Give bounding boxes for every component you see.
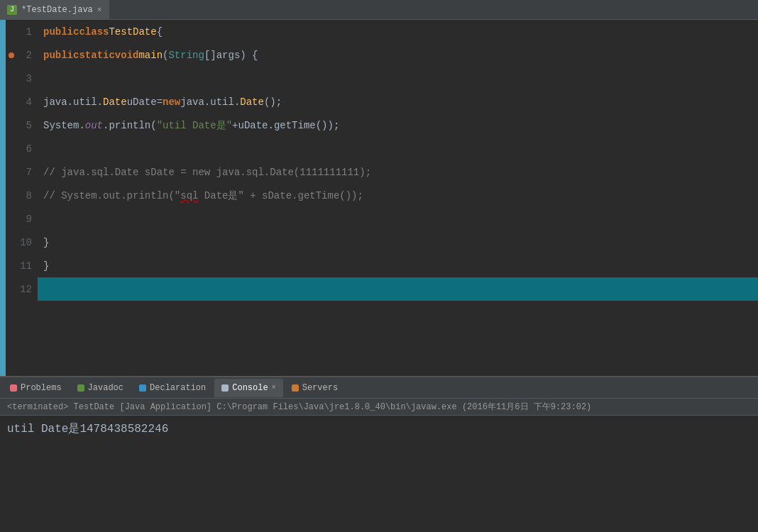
- code-line-6: [38, 137, 758, 160]
- code-line-2: public static void main(String[] args) {: [38, 43, 758, 67]
- code-line-7: // java.sql.Date sDate = new java.sql.Da…: [38, 160, 758, 184]
- bottom-tab-servers[interactable]: Servers: [285, 379, 345, 397]
- editor-gutter: [0, 20, 6, 376]
- code-line-3: [38, 67, 758, 90]
- line-number-9: 9: [6, 207, 38, 231]
- bottom-tab-console[interactable]: Console×: [214, 379, 282, 397]
- console-output: util Date是1478438582246: [0, 416, 758, 442]
- code-line-4: java.util.Date uDate = new java.util.Dat…: [38, 90, 758, 113]
- editor-area: 123456789101112 public class TestDate { …: [0, 20, 758, 376]
- line-number-1: 1: [6, 20, 38, 43]
- line-number-8: 8: [6, 184, 38, 207]
- bottom-tab-javadoc[interactable]: Javadoc: [70, 379, 131, 397]
- code-line-8: // System.out.println("sql Date是" + sDat…: [38, 184, 758, 207]
- javadoc-tab-icon: [77, 384, 84, 392]
- code-line-5: System.out.println("util Date是" + uDate.…: [38, 113, 758, 137]
- bottom-tab-declaration[interactable]: Declaration: [132, 379, 213, 397]
- servers-tab-label: Servers: [302, 383, 338, 393]
- code-content[interactable]: public class TestDate { public static vo…: [38, 20, 758, 376]
- line-number-10: 10: [6, 231, 38, 254]
- console-area: <terminated> TestDate [Java Application]…: [0, 399, 758, 532]
- tab-bar: J *TestDate.java ×: [0, 0, 758, 20]
- tab-close-button[interactable]: ×: [97, 6, 102, 14]
- code-line-10: }: [38, 231, 758, 254]
- line-number-7: 7: [6, 160, 38, 184]
- tab-title: *TestDate.java: [21, 5, 93, 15]
- bottom-tab-bar: ProblemsJavadocDeclarationConsole×Server…: [0, 377, 758, 399]
- code-line-11: }: [38, 254, 758, 277]
- line-numbers: 123456789101112: [6, 20, 38, 376]
- declaration-tab-icon: [139, 384, 146, 392]
- console-info-bar: <terminated> TestDate [Java Application]…: [0, 399, 758, 416]
- console-tab-label: Console: [232, 383, 268, 393]
- java-file-icon: J: [7, 5, 17, 15]
- file-tab[interactable]: J *TestDate.java ×: [0, 0, 109, 19]
- line-number-12: 12: [6, 277, 38, 301]
- code-line-12: [38, 277, 758, 301]
- servers-tab-icon: [292, 384, 299, 392]
- code-line-9: [38, 207, 758, 231]
- line-number-6: 6: [6, 137, 38, 160]
- declaration-tab-label: Declaration: [150, 383, 206, 393]
- breakpoint-indicator: [9, 52, 14, 58]
- bottom-tab-problems[interactable]: Problems: [3, 379, 69, 397]
- problems-tab-icon: [10, 384, 17, 392]
- line-number-4: 4: [6, 90, 38, 113]
- javadoc-tab-label: Javadoc: [88, 383, 123, 393]
- line-number-11: 11: [6, 254, 38, 277]
- line-number-2: 2: [6, 43, 38, 67]
- line-number-3: 3: [6, 67, 38, 90]
- bottom-panel: ProblemsJavadocDeclarationConsole×Server…: [0, 376, 758, 532]
- code-line-1: public class TestDate {: [38, 20, 758, 43]
- line-number-5: 5: [6, 113, 38, 137]
- problems-tab-label: Problems: [21, 383, 62, 393]
- console-tab-close[interactable]: ×: [272, 384, 276, 392]
- console-tab-icon: [221, 384, 229, 392]
